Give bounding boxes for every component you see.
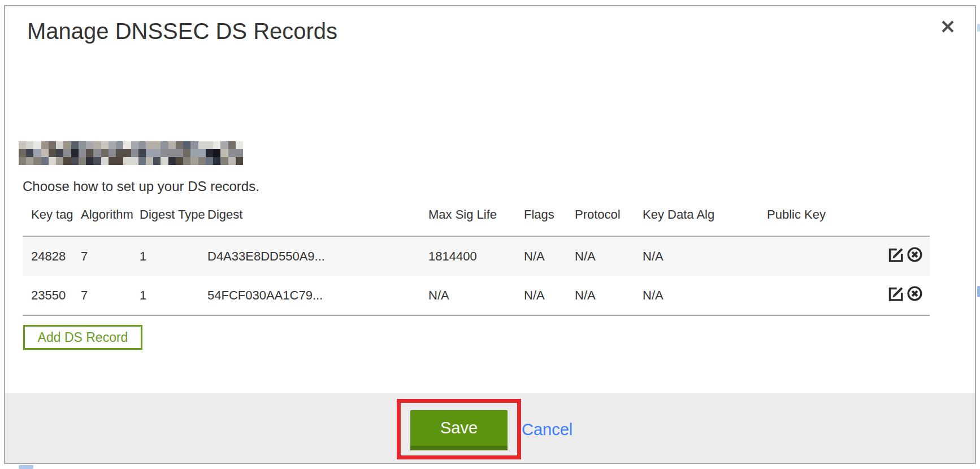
cell-key-data-alg: N/A [634, 236, 758, 276]
delete-record-button[interactable] [906, 287, 923, 304]
background-artifact [977, 286, 980, 297]
delete-record-button[interactable] [906, 248, 923, 265]
dnssec-modal: Manage DNSSEC DS Records Choose how to s… [4, 5, 976, 464]
cell-key-data-alg: N/A [634, 276, 758, 315]
cell-public-key [758, 276, 881, 315]
cell-digest-type: 1 [131, 236, 199, 276]
background-artifact [977, 24, 980, 32]
column-header-max-sig-life: Max Sig Life [420, 205, 515, 236]
edit-record-button[interactable] [887, 287, 904, 304]
cell-flags: N/A [515, 236, 566, 276]
close-button[interactable] [936, 16, 959, 39]
cell-key-tag: 23550 [23, 276, 72, 315]
table-row: 23550 7 1 54FCF030AA1C79... N/A N/A N/A … [23, 276, 930, 315]
cell-digest: D4A33E8DD550A9... [199, 236, 420, 276]
delete-icon [907, 246, 923, 266]
redacted-domain-name [19, 141, 243, 165]
ds-records-table: Key tag Algorithm Digest Type Digest Max… [23, 205, 930, 316]
column-header-flags: Flags [515, 205, 566, 236]
close-icon [940, 19, 955, 36]
annotation-highlight-red-box: Save [397, 399, 521, 459]
cell-algorithm: 7 [72, 236, 131, 276]
column-header-protocol: Protocol [566, 205, 634, 236]
table-row: 24828 7 1 D4A33E8DD550A9... 1814400 N/A … [23, 236, 930, 276]
setup-instructions: Choose how to set up your DS records. [23, 179, 259, 194]
cell-protocol: N/A [566, 276, 634, 315]
cancel-link[interactable]: Cancel [522, 418, 573, 441]
cell-public-key [758, 236, 881, 276]
cell-protocol: N/A [566, 236, 634, 276]
column-header-digest-type: Digest Type [131, 205, 199, 236]
cell-digest: 54FCF030AA1C79... [199, 276, 420, 315]
page-title: Manage DNSSEC DS Records [27, 19, 337, 44]
cell-max-sig-life: 1814400 [420, 236, 515, 276]
cell-key-tag: 24828 [23, 236, 72, 276]
modal-footer: Save Cancel [5, 393, 975, 463]
edit-icon [888, 246, 904, 266]
cell-algorithm: 7 [72, 276, 131, 315]
edit-icon [888, 285, 904, 305]
cell-digest-type: 1 [131, 276, 199, 315]
column-header-key-tag: Key tag [23, 205, 72, 236]
column-header-public-key: Public Key [758, 205, 881, 236]
background-artifact [19, 465, 33, 469]
table-header-row: Key tag Algorithm Digest Type Digest Max… [23, 205, 930, 236]
save-button[interactable]: Save [410, 410, 508, 450]
column-header-actions [881, 205, 930, 236]
add-ds-record-button[interactable]: Add DS Record [23, 325, 142, 350]
cell-flags: N/A [515, 276, 566, 315]
delete-icon [907, 285, 923, 305]
column-header-digest: Digest [199, 205, 420, 236]
column-header-algorithm: Algorithm [72, 205, 131, 236]
column-header-key-data-alg: Key Data Alg [634, 205, 758, 236]
cell-max-sig-life: N/A [420, 276, 515, 315]
edit-record-button[interactable] [887, 248, 904, 265]
